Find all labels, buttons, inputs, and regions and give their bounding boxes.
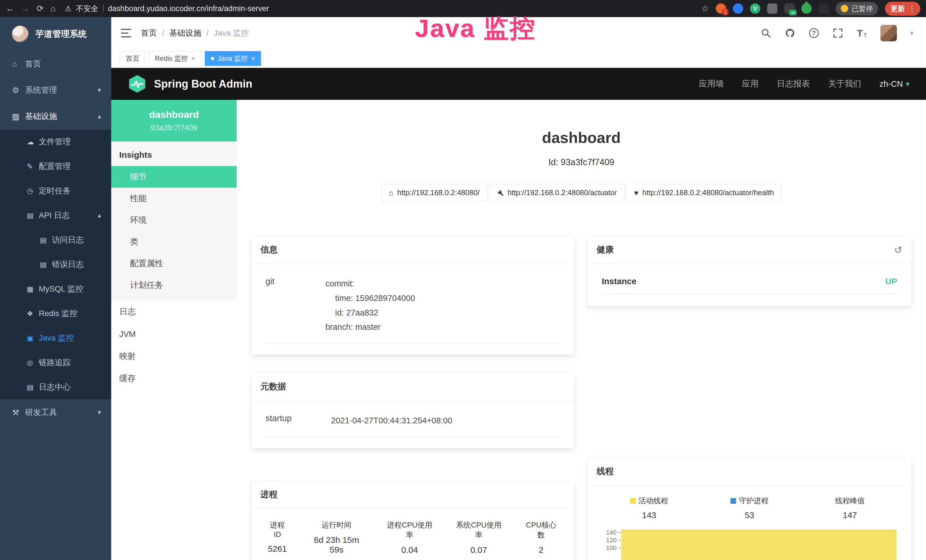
- breadcrumb-current: Java 监控: [214, 28, 249, 38]
- avatar-caret-icon[interactable]: ▾: [910, 29, 914, 37]
- info-value: commit: time: 1596289704000 id: 27aa832 …: [325, 277, 415, 334]
- tab-redis[interactable]: Redis 监控 ×: [149, 51, 201, 66]
- user-avatar[interactable]: [881, 25, 897, 41]
- hamburger-icon[interactable]: [111, 29, 141, 37]
- sidebar-item-label: 文件管理: [39, 136, 71, 147]
- sba-header: Spring Boot Admin 应用墙 应用 日志报表 关于我们 zh-CN…: [111, 68, 926, 100]
- help-icon[interactable]: ?: [808, 28, 819, 38]
- sba-nav-about[interactable]: 关于我们: [828, 78, 861, 89]
- instance-header[interactable]: dashboard 93a3fc7f7409: [111, 100, 237, 141]
- extension-grid-icon[interactable]: [767, 3, 778, 14]
- info-card: 信息 git commit: time: 1596289704000: [251, 236, 575, 355]
- app-logo: 芋道管理系统: [0, 17, 111, 51]
- info-git-row: git commit: time: 1596289704000 id: 27aa…: [265, 277, 560, 343]
- sidebar-item-trace[interactable]: ◎ 链路追踪: [0, 350, 111, 375]
- sba-item-jvm[interactable]: JVM: [111, 323, 237, 345]
- bookmark-star-icon[interactable]: ☆: [701, 4, 709, 13]
- process-metric: 运行时间 6d 23h 15m 59s: [309, 520, 365, 555]
- sba-sidebar: dashboard 93a3fc7f7409 Insights 细节 性能 环境…: [111, 100, 237, 560]
- reload-icon[interactable]: ⟳: [36, 4, 44, 13]
- tab-java[interactable]: Java 监控 ×: [205, 51, 261, 66]
- sidebar-item-label: 基础设施: [25, 111, 57, 122]
- info-card-title: 信息: [260, 244, 277, 256]
- language-select[interactable]: zh-CN ▾: [879, 79, 909, 89]
- heart-icon: ♥: [634, 189, 638, 197]
- font-size-icon[interactable]: TT: [856, 28, 867, 38]
- sidebar-item-files[interactable]: ☁ 文件管理: [0, 130, 111, 154]
- extension-fox-icon[interactable]: 1: [716, 3, 726, 14]
- sba-nav-wallboard[interactable]: 应用墙: [699, 78, 724, 89]
- sidebar-item-api-log[interactable]: ▤ API 日志 ▴: [0, 203, 111, 228]
- sidebar-item-devtools[interactable]: ⚒ 研发工具 ▾: [0, 400, 111, 425]
- sidebar-item-redis[interactable]: ❖ Redis 监控: [0, 301, 111, 326]
- breadcrumb-infra[interactable]: 基础设施: [169, 28, 201, 38]
- breadcrumb: 首页 / 基础设施 / Java 监控: [141, 28, 249, 38]
- chevron-up-icon: ▴: [98, 113, 101, 120]
- sidebar-item-home[interactable]: ⌂ 首页: [0, 51, 111, 77]
- health-url-button[interactable]: ♥ http://192.168.0.2:48080/actuator/heal…: [626, 184, 782, 201]
- search-icon[interactable]: [761, 28, 772, 38]
- sidebar-item-config[interactable]: ✎ 配置管理: [0, 154, 111, 179]
- sidebar-item-java[interactable]: ▣ Java 监控: [0, 326, 111, 350]
- health-card: 健康 ↺ Instance UP: [587, 236, 912, 306]
- paused-badge[interactable]: 已暂停: [835, 2, 878, 15]
- close-icon[interactable]: ×: [191, 54, 195, 62]
- extension-leaf-icon[interactable]: [799, 2, 814, 16]
- github-icon[interactable]: [785, 28, 795, 38]
- paused-label: 已暂停: [852, 4, 873, 14]
- caret-down-icon: ▾: [906, 80, 909, 88]
- fullscreen-icon[interactable]: [832, 28, 843, 38]
- sba-item-caches[interactable]: 缓存: [111, 368, 237, 390]
- service-url-button[interactable]: ⌂ http://192.168.0.2:48080/: [381, 184, 487, 201]
- sba-item-configprops[interactable]: 配置属性: [111, 253, 237, 274]
- sba-nav-applications[interactable]: 应用: [742, 78, 759, 89]
- forward-icon[interactable]: →: [21, 4, 30, 13]
- warning-icon: ⚠: [65, 4, 71, 13]
- process-card: 进程 进程ID 5261 运行时间: [251, 480, 575, 560]
- back-icon[interactable]: ←: [6, 4, 14, 13]
- sidebar-item-jobs[interactable]: ◷ 定时任务: [0, 179, 111, 203]
- sba-item-scheduled-tasks[interactable]: 计划任务: [111, 274, 237, 296]
- legend-blue-swatch: [730, 498, 736, 504]
- sidebar-item-mysql[interactable]: ▦ MySQL 监控: [0, 277, 111, 301]
- update-button[interactable]: 更新 ⋮: [885, 2, 920, 16]
- chart-plot-area: [621, 530, 900, 560]
- extension-count-badge: 1: [722, 9, 728, 15]
- close-icon[interactable]: ×: [251, 54, 255, 62]
- cloud-icon: ☁: [27, 138, 39, 146]
- sidebar-item-label: 定时任务: [39, 185, 71, 196]
- process-card-title: 进程: [260, 489, 277, 500]
- sba-item-metrics[interactable]: 性能: [111, 188, 237, 209]
- sidebar-item-error-log[interactable]: ▤ 错误日志: [0, 252, 111, 277]
- sba-item-mappings[interactable]: 映射: [111, 345, 237, 368]
- legend-yellow-swatch: [630, 498, 635, 504]
- extension-letter-v-icon[interactable]: V: [750, 3, 760, 14]
- sidebar-item-infra[interactable]: ▥ 基础设施 ▴: [0, 103, 111, 130]
- sidebar-item-log-center[interactable]: ▤ 日志中心: [0, 375, 111, 400]
- page-title: dashboard: [237, 129, 926, 147]
- sba-item-logs[interactable]: 日志: [111, 301, 237, 323]
- process-metrics: 进程ID 5261 运行时间 6d 23h 15m 59s: [251, 509, 574, 560]
- navbar-actions: ? TT ▾: [761, 25, 926, 41]
- process-metric: 进程ID 5261: [267, 520, 287, 555]
- history-icon[interactable]: ↺: [894, 245, 903, 255]
- sidebar-item-label: Java 监控: [39, 333, 74, 344]
- sba-item-classes[interactable]: 类: [111, 231, 237, 253]
- sba-item-details[interactable]: 细节: [111, 166, 237, 188]
- browser-home-icon[interactable]: ⌂: [50, 4, 56, 13]
- actuator-url-button[interactable]: http://192.168.0.2:48080/actuator: [489, 184, 625, 201]
- sidebar-item-system[interactable]: ⚙ 系统管理 ▾: [0, 77, 111, 103]
- address-divider: [103, 5, 103, 12]
- extension-drop-icon[interactable]: [733, 3, 743, 14]
- sba-nav-journal[interactable]: 日志报表: [777, 78, 810, 89]
- address-bar[interactable]: ⚠ 不安全 dashboard.yudao.iocoder.cn/infra/a…: [65, 4, 694, 14]
- sba-item-environment[interactable]: 环境: [111, 209, 237, 231]
- sidebar-item-access-log[interactable]: ▤ 访问日志: [0, 228, 111, 252]
- breadcrumb-home[interactable]: 首页: [141, 28, 157, 38]
- chevron-up-icon: ▴: [98, 212, 101, 219]
- extension-switch-icon[interactable]: on: [784, 3, 794, 14]
- tab-home[interactable]: 首页: [120, 51, 145, 66]
- kebab-menu-icon[interactable]: ⋮: [908, 4, 916, 13]
- sidebar-item-label: 访问日志: [52, 235, 84, 245]
- extension-dark-icon[interactable]: [819, 3, 829, 14]
